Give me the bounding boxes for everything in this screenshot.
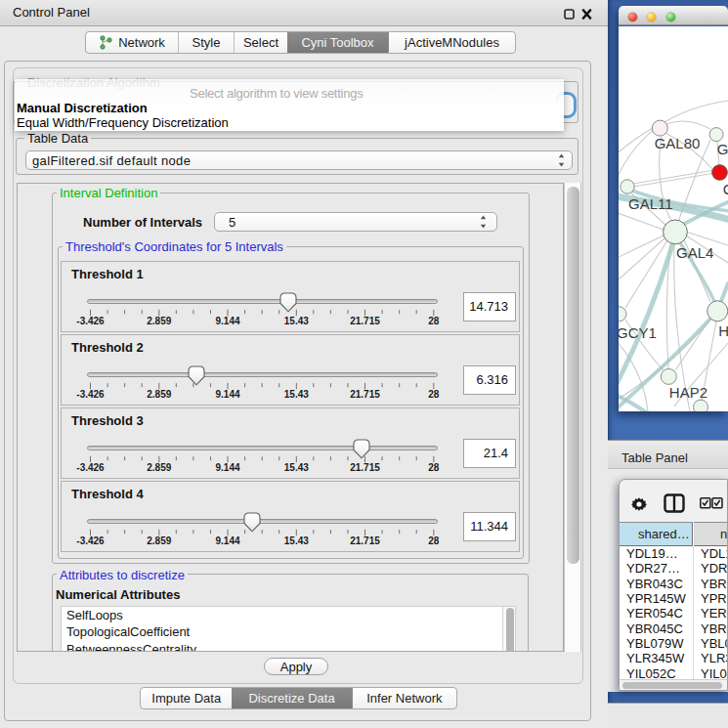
svg-text:GAL4: GAL4 xyxy=(676,244,713,261)
svg-text:GAL11: GAL11 xyxy=(628,195,673,212)
svg-text:GAL80: GAL80 xyxy=(655,135,701,151)
svg-text:GA: GA xyxy=(717,141,728,157)
svg-text:HAP2: HAP2 xyxy=(669,384,707,401)
svg-text:HI: HI xyxy=(718,322,728,339)
svg-text:GCY1: GCY1 xyxy=(619,324,657,341)
svg-text:C: C xyxy=(723,181,728,197)
